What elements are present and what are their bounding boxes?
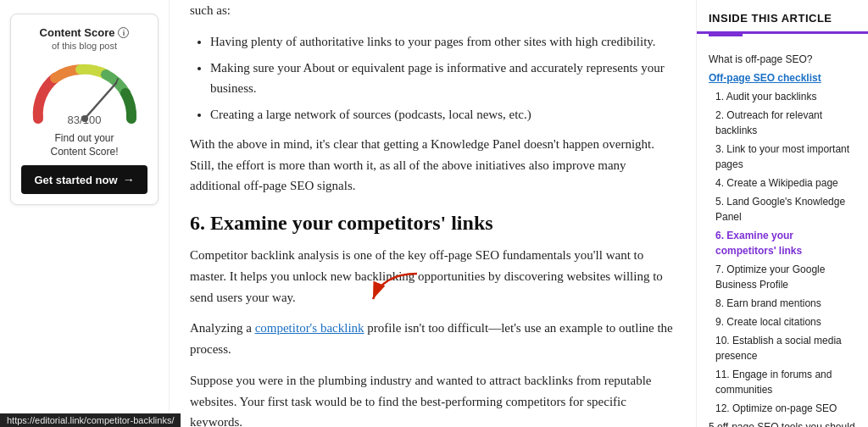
right-sidebar: INSIDE THIS ARTICLE What is off-page SEO… <box>696 0 868 427</box>
toc-item: 6. Examine your competitors' links <box>697 226 868 260</box>
toc-link[interactable]: Off-page SEO checklist <box>709 72 821 84</box>
get-started-button[interactable]: Get started now → <box>21 165 147 194</box>
toc-item: 10. Establish a social media presence <box>697 331 868 365</box>
paragraph-1: With the above in mind, it's clear that … <box>190 134 676 197</box>
toc-link[interactable]: 6. Examine your competitors' links <box>715 230 802 257</box>
toc-link[interactable]: 1. Audit your backlinks <box>715 91 816 103</box>
main-content: such as: Having plenty of authoritative … <box>170 0 696 427</box>
toc-link[interactable]: 12. Optimize on-page SEO <box>715 402 837 414</box>
toc-item: Off-page SEO checklist <box>697 69 868 87</box>
bullet-list: Having plenty of authoritative links to … <box>210 31 676 125</box>
toc-item: 2. Outreach for relevant backlinks <box>697 106 868 140</box>
list-item: Making sure your About or equivalent pag… <box>210 58 676 100</box>
section-heading-6: 6. Examine your competitors' links <box>190 210 676 236</box>
list-item: Having plenty of authoritative links to … <box>210 31 676 53</box>
toc-link[interactable]: 7. Optimize your Google Business Profile <box>715 263 825 291</box>
toc-item: 8. Earn brand mentions <box>697 294 868 313</box>
paragraph-3: Analyzing a competitor's backlink profil… <box>190 318 676 360</box>
toc-link[interactable]: 11. Engage in forums and communities <box>715 369 832 396</box>
get-started-label: Get started now <box>34 174 117 186</box>
content-score-title: Content Score i <box>21 26 147 39</box>
toc-item: 11. Engage in forums and communities <box>697 365 868 399</box>
content-score-card: Content Score i of this blog post <box>10 14 159 205</box>
toc-item: 5. Land Google's Knowledge Panel <box>697 192 868 226</box>
intro-text: such as: <box>190 0 676 21</box>
toc-link[interactable]: What is off-page SEO? <box>709 53 813 65</box>
content-score-subtitle: of this blog post <box>21 41 147 51</box>
toc-item: 4. Create a Wikipedia page <box>697 174 868 192</box>
toc-item: 1. Audit your backlinks <box>697 87 868 106</box>
toc-link[interactable]: 5 off-page SEO tools you should check ou… <box>709 421 855 427</box>
toc-link[interactable]: 3. Link to your most important pages <box>715 143 849 170</box>
gauge-widget: 83/100 <box>25 59 144 127</box>
gauge-score: 83/100 <box>68 108 102 127</box>
toc-item: What is off-page SEO? <box>697 50 868 69</box>
content-score-label: Content Score <box>40 26 115 39</box>
toc-link[interactable]: 2. Outreach for relevant backlinks <box>715 109 822 136</box>
info-icon[interactable]: i <box>118 27 129 38</box>
paragraph-2: Competitor backlink analysis is one of t… <box>190 245 676 308</box>
toc-link[interactable]: 9. Create local citations <box>715 316 821 328</box>
toc-list: What is off-page SEO?Off-page SEO checkl… <box>697 43 868 427</box>
article-body: such as: Having plenty of authoritative … <box>190 0 676 427</box>
toc-item: 12. Optimize on-page SEO <box>697 399 868 418</box>
status-url: https://editorial.link/competitor-backli… <box>7 415 174 425</box>
competitor-backlink-link[interactable]: competitor's backlink <box>255 321 364 335</box>
toc-item: 5 off-page SEO tools you should check ou… <box>697 418 868 427</box>
toc-link[interactable]: 5. Land Google's Knowledge Panel <box>715 196 845 223</box>
list-item: Creating a large network of sources (pod… <box>210 104 676 125</box>
status-bar: https://editorial.link/competitor-backli… <box>0 413 181 427</box>
find-out-text: Find out yourContent Score! <box>21 132 147 158</box>
left-sidebar: Content Score i of this blog post <box>0 0 170 427</box>
toc-link[interactable]: 8. Earn brand mentions <box>715 297 821 309</box>
toc-header: INSIDE THIS ARTICLE <box>697 0 868 34</box>
arrow-right-icon: → <box>123 173 135 186</box>
toc-link[interactable]: 4. Create a Wikipedia page <box>715 177 838 189</box>
para3-pre: Analyzing a <box>190 321 255 335</box>
toc-item: 3. Link to your most important pages <box>697 140 868 174</box>
toc-item: 9. Create local citations <box>697 313 868 331</box>
toc-divider <box>709 34 743 36</box>
paragraph-4: Suppose you were in the plumbing industr… <box>190 370 676 427</box>
toc-item: 7. Optimize your Google Business Profile <box>697 260 868 294</box>
toc-link[interactable]: 10. Establish a social media presence <box>715 335 842 362</box>
